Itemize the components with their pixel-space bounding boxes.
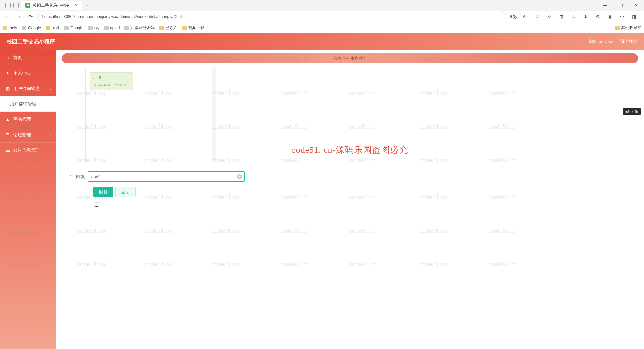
url-text: localhost:8080/xiaoyuanershoujiaoyiwx/ad… bbox=[47, 14, 182, 19]
reply-form: * 回复 × 回复 返回 ⬚ bbox=[70, 171, 638, 197]
folder-icon bbox=[182, 26, 187, 30]
back-button[interactable]: 返回 bbox=[115, 187, 136, 197]
chevron-down-icon: ⌄ bbox=[49, 71, 52, 75]
scroll-up-icon[interactable]: ▴ bbox=[214, 69, 215, 72]
favicon-icon: V bbox=[25, 3, 30, 8]
bookmark-other[interactable]: 其他收藏夹 bbox=[615, 25, 641, 31]
window-controls: — ▢ ✕ bbox=[598, 0, 644, 11]
page-icon bbox=[124, 26, 129, 30]
folder-icon bbox=[615, 26, 620, 30]
bookmark-item[interactable]: 共享账号密码 bbox=[124, 25, 155, 31]
page-icon bbox=[104, 26, 109, 30]
tab-bar: V 校园二手交易小程序 × + — ▢ ✕ bbox=[0, 0, 644, 11]
breadcrumb-sep: >> bbox=[343, 56, 348, 61]
app-title: 校园二手交易小程序 bbox=[7, 38, 55, 45]
submit-button[interactable]: 回复 bbox=[93, 187, 113, 197]
chevron-down-icon: ⌄ bbox=[49, 148, 52, 152]
breadcrumb-current: 用户咨询 bbox=[350, 56, 366, 61]
url-input[interactable]: ⓘ localhost:8080/xiaoyuanershoujiaoyiwx/… bbox=[37, 12, 506, 21]
folder-icon bbox=[46, 26, 50, 30]
sidebar-icon[interactable]: ◨ bbox=[629, 12, 639, 21]
sidebar-item-goods[interactable]: ▲商品管理⌄ bbox=[0, 112, 56, 127]
favorite-icon[interactable]: ☆ bbox=[533, 12, 542, 21]
sidebar: ⌂首页 ▲个人中心⌄ ▦用户咨询管理⌄ 用户咨询管理 ▲商品管理⌄ ☰论坛管理⌄… bbox=[0, 50, 56, 349]
read-aloud-icon[interactable]: A⁺ bbox=[521, 12, 530, 21]
scroll-down-icon[interactable]: ▾ bbox=[214, 158, 215, 161]
address-bar: ← → ⟳ ⓘ localhost:8080/xiaoyuanershoujia… bbox=[0, 11, 644, 23]
bookmark-item[interactable]: txy bbox=[88, 26, 99, 30]
forward-icon[interactable]: → bbox=[14, 12, 23, 21]
chat-history[interactable]: ▴ ▾ asdf 2024-07-31 15:18:38 bbox=[85, 68, 216, 162]
bookmark-bar: tools Google 宝藏 Google txy uplod 共享账号密码 … bbox=[0, 23, 644, 33]
ext3-icon[interactable]: ◉ bbox=[605, 12, 614, 21]
bookmark-item[interactable]: 视频下载 bbox=[182, 25, 204, 31]
app-root: 校园二手交易小程序 商家 testUser 退出登录 ⌂首页 ▲个人中心⌄ ▦用… bbox=[0, 33, 644, 349]
more-icon[interactable]: ⋯ bbox=[617, 12, 627, 21]
user-label[interactable]: 商家 testUser bbox=[588, 39, 614, 45]
close-window-icon[interactable]: ✕ bbox=[629, 0, 644, 11]
bookmark-item[interactable]: Google bbox=[64, 26, 84, 30]
chevron-down-icon: ⌄ bbox=[49, 117, 52, 121]
chevron-down-icon: ⌄ bbox=[49, 87, 52, 90]
folder-icon bbox=[3, 26, 7, 30]
new-tab-button[interactable]: + bbox=[82, 2, 92, 9]
message-time: 2024-07-31 15:18:38 bbox=[93, 83, 129, 87]
favorites-bar-icon[interactable]: ✩ bbox=[569, 12, 578, 21]
bookmark-item[interactable]: 宝藏 bbox=[46, 25, 60, 31]
message-text: asdf bbox=[93, 76, 129, 80]
user-icon: ▲ bbox=[5, 117, 10, 122]
browser-chrome: V 校园二手交易小程序 × + — ▢ ✕ ← → ⟳ ⓘ localhost:… bbox=[0, 0, 644, 33]
sidebar-item-profile[interactable]: ▲个人中心⌄ bbox=[0, 65, 56, 81]
downloads-icon[interactable]: ⬇ bbox=[581, 12, 590, 21]
profile-icon[interactable] bbox=[5, 3, 11, 8]
mouse-cursor-icon: ⬚ bbox=[93, 201, 98, 207]
collections-icon[interactable]: ⊞ bbox=[557, 12, 566, 21]
app-header: 校园二手交易小程序 商家 testUser 退出登录 bbox=[0, 33, 644, 50]
bookmark-item[interactable]: tools bbox=[3, 26, 17, 30]
text-size-icon[interactable]: aあ bbox=[508, 12, 518, 21]
chevron-down-icon: ⌄ bbox=[49, 133, 52, 137]
list-icon: ☰ bbox=[5, 133, 10, 137]
tab-close-icon[interactable]: × bbox=[75, 3, 78, 8]
folder-icon bbox=[159, 26, 164, 30]
sidebar-subitem-consult[interactable]: 用户咨询管理 bbox=[0, 96, 56, 112]
logout-button[interactable]: 退出登录 bbox=[620, 39, 637, 45]
main-content: 首页 >> 用户咨询 ▴ ▾ asdf 2024-07-31 15:18:38 … bbox=[56, 50, 644, 349]
watermark-center: code51. cn-源码乐园盗图必究 bbox=[291, 144, 408, 156]
sidebar-item-home[interactable]: ⌂首页 bbox=[0, 50, 56, 65]
tabs-icon[interactable] bbox=[13, 3, 19, 8]
bookmark-item[interactable]: 已导入 bbox=[159, 25, 177, 31]
ime-indicator[interactable]: EN ♪ 简 bbox=[623, 108, 641, 115]
page-icon bbox=[88, 26, 93, 30]
reload-icon[interactable]: ⟳ bbox=[25, 12, 35, 21]
extensions-icon[interactable]: ✧ bbox=[545, 12, 554, 21]
maximize-icon[interactable]: ▢ bbox=[613, 0, 629, 11]
minimize-icon[interactable]: — bbox=[598, 0, 613, 11]
chat-message: asdf 2024-07-31 15:18:38 bbox=[90, 72, 133, 90]
user-icon: ▲ bbox=[5, 71, 10, 76]
breadcrumb: 首页 >> 用户咨询 bbox=[62, 53, 638, 63]
home-icon: ⌂ bbox=[5, 55, 10, 60]
sidebar-item-forum[interactable]: ☰论坛管理⌄ bbox=[0, 127, 56, 143]
bookmark-item[interactable]: uplod bbox=[104, 26, 120, 30]
back-icon[interactable]: ← bbox=[3, 12, 12, 21]
reply-input[interactable] bbox=[88, 171, 245, 182]
clear-input-icon[interactable]: × bbox=[237, 174, 242, 179]
page-icon bbox=[64, 26, 69, 30]
site-info-icon[interactable]: ⓘ bbox=[41, 14, 45, 20]
required-mark: * bbox=[70, 174, 71, 179]
grid-icon: ▦ bbox=[5, 86, 10, 91]
tab-title: 校园二手交易小程序 bbox=[33, 3, 72, 8]
browser-tab[interactable]: V 校园二手交易小程序 × bbox=[21, 1, 82, 10]
sidebar-item-notice[interactable]: ▬公告信息管理⌄ bbox=[0, 143, 56, 158]
page-icon bbox=[22, 26, 26, 30]
sidebar-item-consult[interactable]: ▦用户咨询管理⌄ bbox=[0, 81, 56, 96]
reply-label: 回复 bbox=[74, 173, 85, 180]
breadcrumb-home[interactable]: 首页 bbox=[333, 56, 341, 61]
bookmark-item[interactable]: Google bbox=[22, 26, 41, 30]
app-body: ⌂首页 ▲个人中心⌄ ▦用户咨询管理⌄ 用户咨询管理 ▲商品管理⌄ ☰论坛管理⌄… bbox=[0, 50, 644, 349]
ext2-icon[interactable]: ⚙ bbox=[593, 12, 602, 21]
doc-icon: ▬ bbox=[5, 148, 10, 153]
